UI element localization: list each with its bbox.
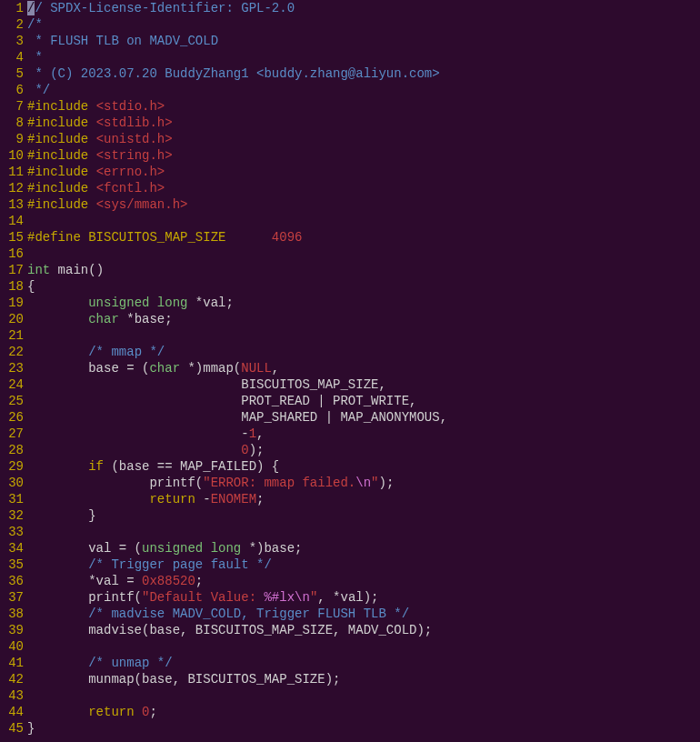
code-token: ; [256, 492, 264, 506]
code-token: char [149, 361, 180, 376]
code-token: %#lx\n [264, 590, 309, 605]
line-number: 14 [0, 213, 24, 229]
line-number: 41 [0, 655, 24, 671]
code-token: *)mmap( [180, 361, 241, 376]
code-token: /* Trigger page fault */ [88, 557, 272, 572]
code-line[interactable]: if (base == MAP_FAILED) { [27, 458, 700, 475]
code-line[interactable]: #include <sys/mman.h> [27, 196, 700, 213]
code-token [27, 492, 149, 506]
code-line[interactable]: { [27, 278, 700, 295]
line-number: 5 [0, 65, 24, 82]
line-number: 7 [0, 98, 24, 115]
code-line[interactable]: *val = 0x88520; [27, 573, 700, 589]
code-token: * (C) 2023.07.20 BuddyZhang1 <buddy.zhan… [27, 66, 440, 81]
code-line[interactable]: MAP_SHARED | MAP_ANONYMOUS, [27, 409, 700, 426]
code-token: , [256, 426, 264, 441]
code-token: 0 [241, 443, 248, 457]
code-token: #include [27, 165, 96, 179]
code-line[interactable] [27, 687, 700, 704]
code-token: #include [27, 132, 96, 146]
code-token: - [27, 426, 249, 441]
line-number: 32 [0, 507, 24, 524]
code-line[interactable] [27, 524, 700, 540]
code-line[interactable]: /* unmap */ [27, 655, 700, 671]
code-token [27, 656, 88, 670]
line-number: 18 [0, 278, 24, 295]
code-token: * FLUSH TLB on MADV_COLD [27, 34, 218, 48]
code-line[interactable]: * FLUSH TLB on MADV_COLD [27, 33, 700, 49]
line-number: 22 [0, 344, 24, 360]
code-token: #include [27, 197, 96, 212]
code-line[interactable]: /* madvise MADV_COLD, Trigger FLUSH TLB … [27, 606, 700, 622]
code-token: <errno.h> [96, 165, 165, 179]
code-token: /* unmap */ [88, 656, 172, 670]
code-line[interactable]: val = (unsigned long *)base; [27, 540, 700, 556]
code-line[interactable]: printf("ERROR: mmap failed.\n"); [27, 475, 700, 491]
code-line[interactable]: // SPDX-License-Identifier: GPL-2.0 [27, 0, 700, 16]
code-token [27, 296, 88, 310]
code-line[interactable]: -1, [27, 426, 700, 442]
code-line[interactable]: munmap(base, BISCUITOS_MAP_SIZE); [27, 671, 700, 687]
code-token: <fcntl.h> [96, 181, 165, 196]
code-line[interactable]: #include <stdio.h> [27, 98, 700, 115]
code-line[interactable] [27, 327, 700, 344]
code-token: #include [27, 148, 96, 163]
code-token: } [27, 721, 35, 736]
code-line[interactable]: */ [27, 82, 700, 98]
code-line[interactable]: return -ENOMEM; [27, 491, 700, 507]
code-token: PROT_READ | PROT_WRITE, [27, 394, 416, 408]
code-token: \n [355, 476, 371, 490]
code-line[interactable]: #include <errno.h> [27, 164, 700, 180]
code-line[interactable]: BISCUITOS_MAP_SIZE, [27, 376, 700, 393]
code-line[interactable] [27, 638, 700, 655]
code-token: *val; [187, 296, 233, 310]
code-token: 4096 [272, 230, 303, 245]
code-line[interactable]: base = (char *)mmap(NULL, [27, 360, 700, 376]
line-number: 37 [0, 589, 24, 606]
code-line[interactable]: * (C) 2023.07.20 BuddyZhang1 <buddy.zhan… [27, 65, 700, 82]
code-line[interactable]: } [27, 507, 700, 524]
code-line[interactable] [27, 246, 700, 262]
code-line[interactable]: #include <fcntl.h> [27, 180, 700, 196]
line-number: 25 [0, 393, 24, 409]
code-token: BISCUITOS_MAP_SIZE, [27, 377, 386, 392]
code-line[interactable]: #include <unistd.h> [27, 131, 700, 147]
code-line[interactable]: return 0; [27, 704, 700, 720]
line-number: 34 [0, 540, 24, 556]
code-line[interactable]: printf("Default Value: %#lx\n", *val); [27, 589, 700, 606]
code-line[interactable]: } [27, 720, 700, 737]
code-line[interactable]: unsigned long *val; [27, 295, 700, 311]
code-editor[interactable]: 1234567891011121314151617181920212223242… [0, 0, 700, 737]
code-line[interactable]: int main() [27, 262, 700, 278]
code-line[interactable]: /* [27, 16, 700, 33]
code-line[interactable]: #define BISCUITOS_MAP_SIZE 4096 [27, 229, 700, 246]
code-token: <unistd.h> [96, 132, 173, 146]
code-token: #include [27, 115, 96, 130]
code-token: unsigned [88, 296, 149, 310]
code-line[interactable]: 0); [27, 442, 700, 458]
code-token: * [27, 50, 43, 65]
code-area[interactable]: // SPDX-License-Identifier: GPL-2.0/* * … [27, 0, 700, 737]
code-token: / SPDX-License-Identifier: GPL-2.0 [35, 1, 295, 15]
line-number: 27 [0, 426, 24, 442]
code-line[interactable]: char *base; [27, 311, 700, 327]
line-number: 33 [0, 524, 24, 540]
code-line[interactable]: #include <string.h> [27, 147, 700, 164]
code-token: base = ( [27, 361, 149, 376]
line-number: 40 [0, 638, 24, 655]
code-line[interactable]: madvise(base, BISCUITOS_MAP_SIZE, MADV_C… [27, 622, 700, 638]
line-number: 6 [0, 82, 24, 98]
code-line[interactable]: * [27, 49, 700, 65]
code-line[interactable]: #include <stdlib.h> [27, 115, 700, 131]
line-number: 4 [0, 49, 24, 65]
code-line[interactable] [27, 213, 700, 229]
code-line[interactable]: /* mmap */ [27, 344, 700, 360]
line-number-gutter: 1234567891011121314151617181920212223242… [0, 0, 27, 737]
code-line[interactable]: PROT_READ | PROT_WRITE, [27, 393, 700, 409]
line-number: 3 [0, 33, 24, 49]
line-number: 2 [0, 16, 24, 33]
code-token [203, 541, 210, 556]
code-line[interactable]: /* Trigger page fault */ [27, 556, 700, 573]
code-token: ENOMEM [211, 492, 256, 506]
line-number: 30 [0, 475, 24, 491]
